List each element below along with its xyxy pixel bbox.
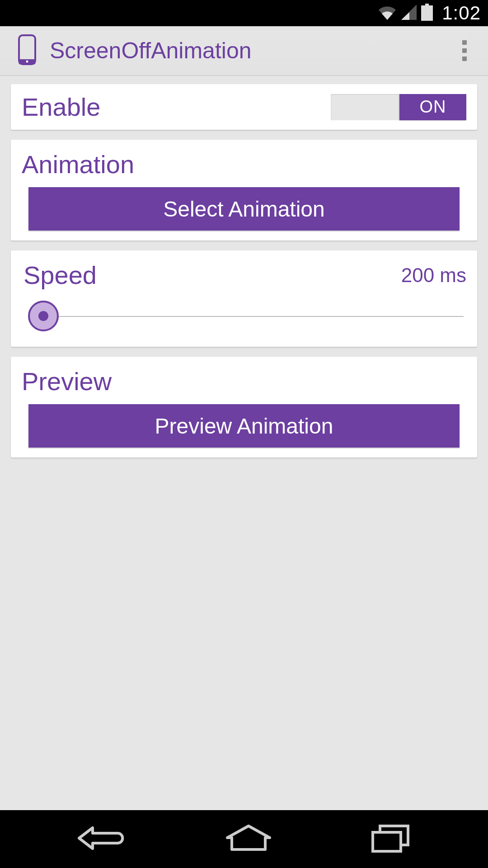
slider-track [38, 316, 464, 317]
enable-card: Enable ON [11, 84, 477, 130]
cell-signal-icon [401, 5, 417, 22]
content-area: Enable ON Animation Select Animation Spe… [0, 76, 488, 810]
speed-slider[interactable] [24, 298, 464, 334]
battery-icon [421, 4, 433, 23]
svg-rect-0 [425, 4, 429, 5]
svg-rect-6 [373, 832, 401, 851]
speed-title: Speed [22, 260, 97, 290]
status-bar: 1:02 [0, 0, 488, 26]
preview-title: Preview [22, 367, 466, 396]
app-title: ScreenOffAnimation [50, 38, 455, 64]
animation-card: Animation Select Animation [11, 140, 477, 241]
speed-value: 200 ms [401, 264, 466, 287]
app-header: ScreenOffAnimation [0, 26, 488, 76]
recent-apps-button[interactable] [368, 822, 413, 856]
preview-animation-button[interactable]: Preview Animation [28, 404, 460, 448]
slider-thumb-dot-icon [38, 311, 48, 321]
back-button[interactable] [75, 822, 129, 856]
phone-icon [18, 34, 36, 67]
overflow-menu-button[interactable] [455, 38, 474, 63]
wifi-icon [378, 5, 397, 22]
home-button[interactable] [224, 822, 273, 856]
enable-label: Enable [22, 92, 100, 122]
enable-toggle[interactable]: ON [331, 94, 466, 120]
overflow-dot-icon [462, 40, 467, 45]
navigation-bar [0, 810, 488, 868]
status-clock: 1:02 [442, 2, 481, 24]
select-animation-button[interactable]: Select Animation [28, 187, 460, 231]
toggle-knob: ON [399, 94, 466, 120]
svg-rect-1 [421, 5, 433, 21]
speed-card: Speed 200 ms [11, 250, 477, 347]
slider-thumb[interactable] [28, 301, 59, 331]
preview-card: Preview Preview Animation [11, 357, 477, 458]
animation-title: Animation [22, 150, 466, 179]
svg-rect-3 [21, 39, 33, 59]
svg-point-5 [26, 61, 28, 63]
overflow-dot-icon [462, 57, 467, 61]
overflow-dot-icon [462, 48, 467, 53]
